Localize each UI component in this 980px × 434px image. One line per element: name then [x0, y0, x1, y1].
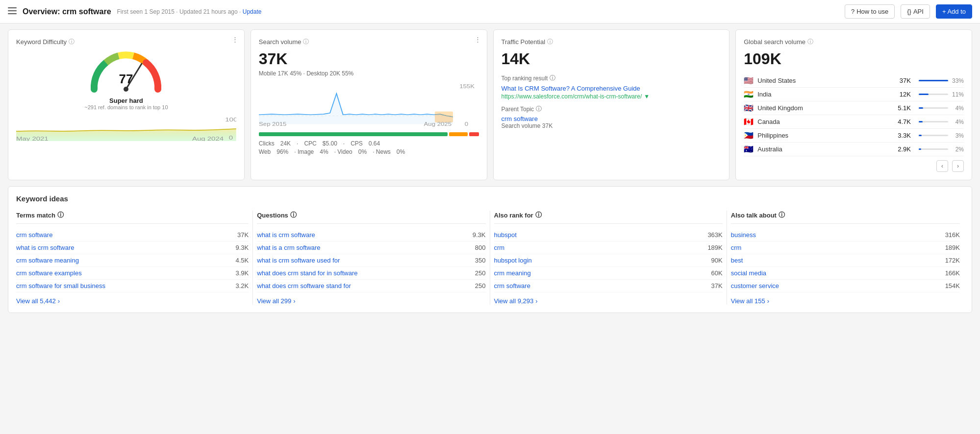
country-name[interactable]: Australia — [757, 145, 898, 153]
ki-view-all-link[interactable]: View all 5,442 › — [16, 297, 249, 305]
tp-help-icon[interactable]: ⓘ — [547, 38, 553, 46]
sv-progress-bars — [259, 132, 479, 136]
progress-bar-green — [259, 132, 448, 136]
ki-view-all-link[interactable]: View all 299 › — [257, 297, 485, 305]
ki-item-link[interactable]: crm software meaning — [16, 257, 79, 264]
ki-item-count: 800 — [475, 244, 486, 251]
ki-item-link[interactable]: what is crm software — [16, 244, 74, 251]
country-pct: 33% — [948, 77, 964, 84]
country-bar-container — [919, 107, 948, 109]
ki-item-link[interactable]: crm software — [16, 231, 52, 239]
svg-text:0: 0 — [229, 135, 233, 141]
tp-parent-topic: Parent Topic ⓘ crm software Search volum… — [502, 105, 722, 129]
gauge-arc: 77 — [87, 50, 165, 94]
sv-help-icon[interactable]: ⓘ — [303, 38, 309, 46]
country-name[interactable]: Canada — [757, 118, 898, 125]
sv-cpc-label: CPC — [304, 140, 316, 147]
ki-item-count: 189K — [945, 244, 960, 251]
ki-item-link[interactable]: hubspot — [494, 231, 517, 239]
ki-view-all-link[interactable]: View all 155 › — [731, 297, 960, 305]
ki-item-link[interactable]: business — [731, 231, 756, 239]
ki-help-icon[interactable]: ⓘ — [535, 211, 542, 219]
api-button[interactable]: {} API — [901, 4, 930, 19]
update-link[interactable]: Update — [243, 8, 262, 15]
ki-row: crm meaning 60K — [494, 267, 723, 280]
ki-item-count: 90K — [711, 257, 723, 264]
header-meta: First seen 1 Sep 2015 · Updated 21 hours… — [117, 8, 262, 15]
ki-item-link[interactable]: what is a crm software — [257, 244, 320, 251]
kd-help-icon[interactable]: ⓘ — [69, 38, 75, 46]
cards-row: Keyword Difficulty ⓘ ⋮ — [8, 29, 972, 180]
sv-menu-icon[interactable]: ⋮ — [475, 36, 481, 43]
ki-help-icon[interactable]: ⓘ — [290, 211, 297, 219]
ki-item-link[interactable]: hubspot login — [494, 257, 532, 264]
ki-item-link[interactable]: crm — [731, 244, 742, 251]
ki-item-count: 37K — [237, 231, 249, 239]
svg-rect-1 — [8, 10, 17, 11]
ki-row: hubspot 363K — [494, 229, 723, 241]
country-pct: 4% — [948, 119, 964, 125]
sv-meta: Mobile 17K 45% · Desktop 20K 55% — [259, 70, 479, 77]
gsv-country-row: 🇵🇭 Philippines 3.3K 3% — [744, 129, 964, 143]
country-name[interactable]: United Kingdom — [757, 104, 898, 112]
country-pct: 11% — [948, 91, 964, 98]
gsv-help-icon[interactable]: ⓘ — [807, 38, 813, 46]
main-content: Keyword Difficulty ⓘ ⋮ — [0, 24, 980, 319]
menu-icon[interactable] — [8, 6, 17, 17]
tp-ranking-link[interactable]: What Is CRM Software? A Comprehensive Gu… — [502, 84, 722, 93]
ki-item-link[interactable]: what does crm software stand for — [257, 282, 351, 289]
country-name[interactable]: Philippines — [757, 132, 898, 139]
gsv-country-row: 🇦🇺 Australia 2.9K 2% — [744, 143, 964, 156]
ki-item-link[interactable]: crm software — [494, 282, 530, 289]
ki-item-link[interactable]: best — [731, 257, 743, 264]
sv-cpc-value: $5.00 — [323, 140, 337, 147]
ki-row: social media 166K — [731, 267, 960, 280]
ki-help-icon[interactable]: ⓘ — [57, 211, 64, 219]
kd-sparkline: May 2021 Aug 2024 100 0 — [16, 114, 236, 141]
ki-item-count: 250 — [475, 269, 486, 277]
svg-text:May 2021: May 2021 — [16, 136, 49, 141]
tp-parent-help-icon[interactable]: ⓘ — [536, 105, 542, 113]
country-bar-container — [919, 80, 948, 81]
kd-menu-icon[interactable]: ⋮ — [232, 36, 238, 43]
add-to-button[interactable]: + Add to — [936, 4, 972, 19]
gsv-next-button[interactable]: › — [952, 160, 964, 172]
ki-row: crm software examples 3.9K — [16, 267, 249, 280]
ki-item-count: 154K — [945, 282, 960, 289]
ki-item-link[interactable]: what is crm software — [257, 231, 315, 239]
ki-col-header: Also talk about ⓘ — [731, 211, 960, 224]
country-count: 5.1K — [898, 104, 911, 112]
header-actions: ? How to use {} API + Add to — [845, 4, 972, 19]
country-flag: 🇺🇸 — [744, 76, 754, 85]
ki-item-link[interactable]: what does crm stand for in software — [257, 269, 357, 277]
svg-text:Aug 2024: Aug 2024 — [192, 136, 224, 141]
ki-item-link[interactable]: crm software for small business — [16, 282, 105, 289]
gsv-prev-button[interactable]: ‹ — [936, 160, 948, 172]
country-bar — [919, 94, 929, 95]
sv-mobile-pct: 45% — [290, 70, 302, 77]
ki-view-all-link[interactable]: View all 9,293 › — [494, 297, 723, 305]
ki-item-count: 9.3K — [236, 244, 249, 251]
country-name[interactable]: United States — [757, 77, 900, 84]
ki-row: crm 189K — [731, 241, 960, 254]
tp-ranking-help-icon[interactable]: ⓘ — [550, 74, 555, 82]
country-count: 2.9K — [898, 145, 911, 153]
ki-column-0: Terms match ⓘ crm software 37K what is c… — [16, 211, 253, 305]
country-pct: 2% — [948, 146, 964, 153]
kd-sublabel: ~291 ref. domains to rank in top 10 — [84, 104, 168, 110]
ki-item-link[interactable]: crm — [494, 244, 505, 251]
ki-item-link[interactable]: crm software examples — [16, 269, 82, 277]
ki-item-count: 189K — [707, 244, 722, 251]
gauge-svg: 77 — [87, 50, 165, 94]
page-title: Overview: crm software — [23, 7, 111, 16]
ki-item-link[interactable]: customer service — [731, 282, 779, 289]
ki-help-icon[interactable]: ⓘ — [779, 211, 785, 219]
ki-item-link[interactable]: what is crm software used for — [257, 257, 340, 264]
country-name[interactable]: India — [757, 91, 900, 98]
progress-bar-red — [469, 132, 478, 136]
ki-item-link[interactable]: crm meaning — [494, 269, 531, 277]
how-to-use-button[interactable]: ? How to use — [845, 4, 895, 19]
ki-item-link[interactable]: social media — [731, 269, 766, 277]
tp-parent-value[interactable]: crm software — [502, 115, 722, 122]
dropdown-icon[interactable]: ▼ — [644, 93, 650, 100]
